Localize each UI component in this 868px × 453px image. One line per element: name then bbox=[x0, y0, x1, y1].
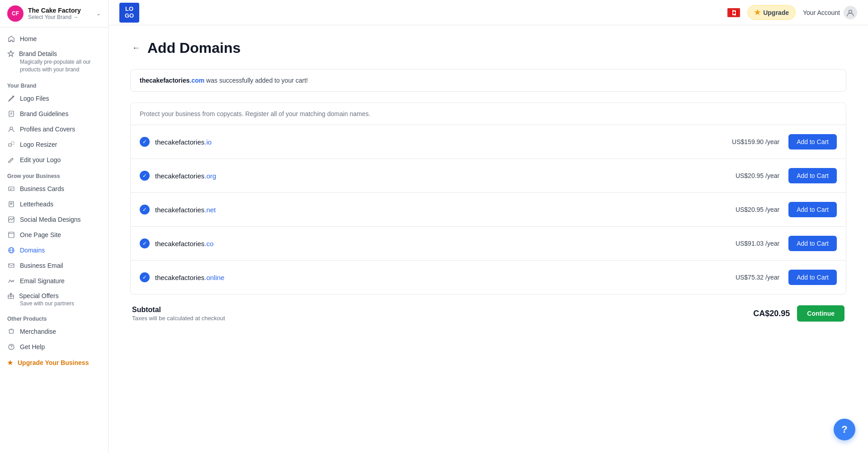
domain-row-right: US$75.32 /year Add to Cart bbox=[736, 270, 837, 285]
svg-rect-10 bbox=[9, 264, 14, 267]
one-page-site-label: One Page Site bbox=[20, 231, 61, 238]
add-to-cart-button[interactable]: Add to Cart bbox=[788, 168, 837, 183]
domain-row-right: US$20.95 /year Add to Cart bbox=[736, 202, 837, 217]
company-logo: CF bbox=[7, 5, 24, 22]
select-brand-link[interactable]: Select Your Brand → bbox=[28, 14, 92, 20]
domain-text: thecakefactories.org bbox=[155, 172, 216, 180]
sidebar-item-profiles-covers[interactable]: Profiles and Covers bbox=[0, 121, 108, 137]
check-circle-icon: ✓ bbox=[140, 272, 150, 282]
email-signature-label: Email Signature bbox=[20, 277, 65, 285]
subtotal-amount: CA$20.95 bbox=[753, 309, 790, 318]
grow-business-section-label: Grow your Business bbox=[0, 168, 108, 181]
add-to-cart-button[interactable]: Add to Cart bbox=[788, 134, 837, 149]
back-button[interactable]: ← bbox=[130, 42, 142, 55]
business-email-label: Business Email bbox=[20, 262, 63, 269]
business-cards-label: Business Cards bbox=[20, 185, 64, 192]
home-label: Home bbox=[20, 35, 37, 42]
sidebar-item-get-help[interactable]: Get Help bbox=[0, 339, 108, 355]
sidebar-item-logo-resizer[interactable]: Logo Resizer bbox=[0, 137, 108, 152]
sidebar: CF The Cake Factory Select Your Brand → … bbox=[0, 0, 108, 453]
upgrade-business-label: Upgrade Your Business bbox=[18, 359, 89, 366]
logo-line2: GO bbox=[125, 13, 134, 19]
canada-flag-icon[interactable]: 🇨🇦 bbox=[727, 8, 740, 17]
subtotal-left: Subtotal Taxes will be calculated at che… bbox=[132, 306, 225, 322]
social-media-label: Social Media Designs bbox=[20, 216, 81, 223]
book-icon bbox=[7, 110, 15, 118]
continue-button[interactable]: Continue bbox=[797, 305, 844, 322]
domain-price: US$20.95 /year bbox=[736, 172, 779, 179]
profiles-covers-label: Profiles and Covers bbox=[20, 126, 75, 133]
brand-guidelines-label: Brand Guidelines bbox=[20, 110, 68, 117]
company-name: The Cake Factory bbox=[28, 7, 92, 14]
brand-details-subtitle: Magically pre-populate all our products … bbox=[7, 58, 101, 74]
site-icon bbox=[7, 231, 15, 239]
help-bubble[interactable]: ? bbox=[834, 419, 855, 440]
sidebar-item-brand-details[interactable]: Brand Details Magically pre-populate all… bbox=[0, 47, 108, 77]
check-circle-icon: ✓ bbox=[140, 238, 150, 248]
sidebar-item-social-media[interactable]: Social Media Designs bbox=[0, 212, 108, 227]
signature-icon bbox=[7, 277, 15, 285]
edit-logo-label: Edit your Logo bbox=[20, 156, 61, 163]
merchandise-label: Merchandise bbox=[20, 328, 56, 335]
add-to-cart-button[interactable]: Add to Cart bbox=[788, 236, 837, 251]
domain-base: thecakefactories bbox=[155, 274, 204, 281]
other-products-section-label: Other Products bbox=[0, 310, 108, 324]
domain-ext: .io bbox=[204, 138, 212, 146]
gift-icon bbox=[7, 292, 14, 299]
sparkle-icon bbox=[7, 50, 14, 57]
success-message: was successfully added to your cart! bbox=[204, 77, 308, 84]
domain-row: ✓ thecakefactories.online US$75.32 /year… bbox=[131, 261, 846, 294]
svg-point-13 bbox=[11, 348, 11, 349]
get-help-label: Get Help bbox=[20, 343, 45, 350]
sidebar-item-merchandise[interactable]: Merchandise bbox=[0, 324, 108, 339]
sidebar-navigation: Home Brand Details Magically pre-populat… bbox=[0, 28, 108, 453]
upgrade-button[interactable]: ★ Upgrade bbox=[747, 5, 796, 20]
sidebar-item-brand-guidelines[interactable]: Brand Guidelines bbox=[0, 106, 108, 121]
account-button[interactable]: Your Account bbox=[803, 6, 857, 19]
domain-icon bbox=[7, 246, 15, 254]
email-icon bbox=[7, 262, 15, 270]
add-to-cart-button[interactable]: Add to Cart bbox=[788, 270, 837, 285]
success-domain-tld: .com bbox=[190, 77, 205, 84]
domain-row-left: ✓ thecakefactories.co bbox=[140, 238, 213, 248]
domain-row-right: US$91.03 /year Add to Cart bbox=[736, 236, 837, 251]
success-banner: thecakefactories.com was successfully ad… bbox=[130, 69, 846, 92]
sidebar-item-domains[interactable]: Domains bbox=[0, 243, 108, 258]
pen-icon bbox=[7, 94, 15, 103]
merchandise-icon bbox=[7, 327, 15, 336]
brand-details-label: Brand Details bbox=[19, 50, 57, 57]
logo-line1: LO bbox=[125, 6, 134, 12]
sidebar-item-logo-files[interactable]: Logo Files bbox=[0, 91, 108, 106]
svg-rect-3 bbox=[11, 142, 14, 145]
sidebar-item-upgrade-business[interactable]: ★ Upgrade Your Business bbox=[0, 355, 108, 371]
sidebar-item-home[interactable]: Home bbox=[0, 31, 108, 47]
edit-icon bbox=[7, 156, 15, 164]
sidebar-item-email-signature[interactable]: Email Signature bbox=[0, 273, 108, 289]
sidebar-item-one-page-site[interactable]: One Page Site bbox=[0, 227, 108, 243]
domain-price: US$75.32 /year bbox=[736, 274, 779, 281]
sidebar-item-business-cards[interactable]: Business Cards bbox=[0, 181, 108, 196]
sidebar-item-letterheads[interactable]: Letterheads bbox=[0, 196, 108, 212]
sidebar-item-special-offers[interactable]: Special Offers Save with our partners bbox=[0, 289, 108, 310]
add-to-cart-button[interactable]: Add to Cart bbox=[788, 202, 837, 217]
topnav-right-controls: 🇨🇦 ★ Upgrade Your Account bbox=[727, 5, 857, 20]
svg-rect-7 bbox=[9, 232, 14, 238]
domain-row: ✓ thecakefactories.co US$91.03 /year Add… bbox=[131, 227, 846, 261]
your-brand-section-label: Your Brand bbox=[0, 77, 108, 91]
special-offers-subtitle: Save with our partners bbox=[7, 300, 101, 307]
help-icon bbox=[7, 343, 15, 351]
page-content: ← Add Domains thecakefactories.com was s… bbox=[108, 25, 868, 453]
domain-row-right: US$20.95 /year Add to Cart bbox=[736, 168, 837, 183]
business-card-icon bbox=[7, 185, 15, 193]
account-avatar bbox=[844, 6, 857, 19]
continue-label: Continue bbox=[807, 310, 835, 317]
domain-text: thecakefactories.online bbox=[155, 274, 224, 281]
sidebar-item-edit-logo[interactable]: Edit your Logo bbox=[0, 152, 108, 168]
domain-price: US$91.03 /year bbox=[736, 240, 779, 247]
sidebar-item-business-email[interactable]: Business Email bbox=[0, 258, 108, 273]
special-offers-label: Special Offers bbox=[19, 292, 59, 299]
sidebar-header[interactable]: CF The Cake Factory Select Your Brand → … bbox=[0, 0, 108, 28]
check-circle-icon: ✓ bbox=[140, 171, 150, 181]
app-logo: LO GO bbox=[119, 3, 139, 23]
domain-row-left: ✓ thecakefactories.online bbox=[140, 272, 224, 282]
